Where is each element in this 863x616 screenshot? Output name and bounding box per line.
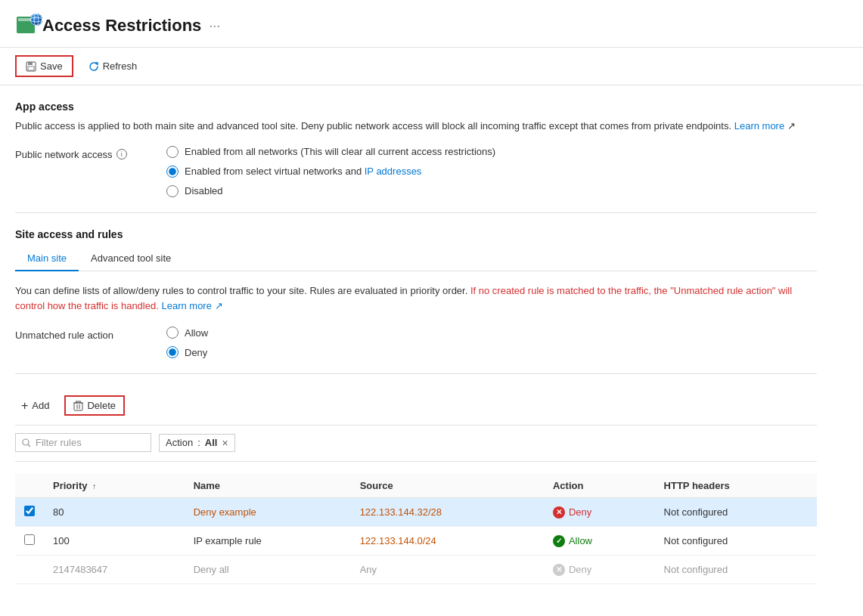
row-priority: 80: [44, 498, 185, 527]
add-plus-icon: +: [21, 399, 28, 413]
add-label: Add: [32, 400, 49, 411]
row-action-text: Allow: [569, 535, 592, 546]
app-access-learn-more[interactable]: Learn more: [734, 120, 784, 132]
rules-table: Priority ↑ Name Source Action HTTP heade…: [15, 474, 817, 584]
unmatched-allow-input[interactable]: [166, 327, 178, 339]
app-access-title: App access: [15, 101, 817, 113]
row-name: Deny all: [185, 556, 351, 584]
row-name-link[interactable]: Deny example: [194, 506, 256, 518]
radio-disabled-input[interactable]: [166, 185, 178, 197]
row-source[interactable]: 122.133.144.32/28: [351, 498, 544, 527]
divider-1: [15, 212, 817, 213]
site-access-section: Site access and rules Main site Advanced…: [15, 228, 817, 359]
delete-label: Delete: [87, 400, 116, 411]
col-name[interactable]: Name: [185, 474, 351, 498]
svg-rect-10: [28, 67, 34, 70]
external-link-icon: ↗: [787, 120, 796, 132]
svg-point-18: [23, 439, 29, 445]
public-network-radio-group: Enabled from all networks (This will cle…: [166, 146, 495, 197]
public-network-info-icon[interactable]: i: [116, 149, 127, 159]
filter-tag-separator: :: [197, 437, 200, 448]
unmatched-rule-section: Unmatched rule action Allow Deny: [15, 327, 817, 358]
row-http-headers: Not configured: [655, 498, 817, 527]
row-priority: 2147483647: [44, 556, 185, 584]
ip-addresses-link[interactable]: IP addresses: [365, 166, 422, 177]
row-checkbox-cell: [15, 498, 44, 527]
radio-all-networks-input[interactable]: [166, 146, 178, 158]
table-row[interactable]: 80Deny example122.133.144.32/28✕DenyNot …: [15, 498, 817, 527]
radio-select-networks[interactable]: Enabled from select virtual networks and…: [166, 166, 495, 178]
rule-desc-before: You can define lists of allow/deny rules…: [15, 285, 467, 296]
svg-rect-9: [28, 62, 33, 65]
table-head: Priority ↑ Name Source Action HTTP heade…: [15, 474, 817, 498]
delete-button[interactable]: Delete: [64, 395, 125, 416]
add-button[interactable]: + Add: [15, 396, 55, 416]
row-http-headers: Not configured: [655, 527, 817, 556]
table-row[interactable]: 2147483647Deny allAny✕DenyNot configured: [15, 556, 817, 584]
radio-disabled[interactable]: Disabled: [166, 185, 495, 197]
public-network-access-field: Public network access i Enabled from all…: [15, 146, 817, 197]
divider-3: [15, 425, 817, 426]
svg-line-19: [28, 444, 30, 447]
radio-all-networks-label: Enabled from all networks (This will cle…: [185, 146, 495, 157]
radio-disabled-label: Disabled: [185, 185, 223, 197]
row-checkbox-cell: [15, 556, 44, 584]
unmatched-radio-group: Allow Deny: [166, 327, 208, 358]
row-checkbox-0[interactable]: [24, 506, 35, 516]
row-source: Any: [351, 556, 544, 584]
main-content: App access Public access is applied to b…: [0, 85, 832, 599]
row-name: IP example rule: [185, 527, 351, 556]
filter-rules-input[interactable]: [36, 437, 141, 448]
filter-tag-label: Action: [166, 437, 193, 448]
col-action[interactable]: Action: [544, 474, 655, 498]
page-header: Access Restrictions ···: [0, 0, 863, 48]
row-action: ✓Allow: [544, 527, 655, 556]
filter-input-wrap[interactable]: [15, 433, 151, 452]
col-http-headers[interactable]: HTTP headers: [655, 474, 817, 498]
radio-select-networks-input[interactable]: [166, 166, 178, 178]
svg-point-4: [30, 14, 42, 26]
row-action: ✕Deny: [544, 556, 655, 584]
unmatched-deny-option[interactable]: Deny: [166, 346, 208, 358]
toolbar: Save Refresh: [0, 48, 863, 85]
filter-close-icon[interactable]: ×: [222, 437, 228, 449]
app-access-info: Public access is applied to both main si…: [15, 119, 817, 134]
priority-sort-icon: ↑: [92, 482, 96, 491]
row-name[interactable]: Deny example: [185, 498, 351, 527]
save-button[interactable]: Save: [15, 55, 73, 77]
row-checkbox-cell: [15, 527, 44, 556]
row-source-link[interactable]: 122.133.144.0/24: [360, 535, 436, 546]
refresh-label: Refresh: [103, 60, 138, 72]
svg-rect-11: [74, 403, 82, 410]
col-source[interactable]: Source: [351, 474, 544, 498]
filter-bar: Action : All ×: [15, 433, 817, 462]
unmatched-deny-input[interactable]: [166, 346, 178, 358]
refresh-icon: [88, 61, 99, 72]
row-action: ✕Deny: [544, 498, 655, 527]
app-icon: [15, 12, 42, 39]
tab-advanced-tool-site[interactable]: Advanced tool site: [79, 246, 183, 271]
table-row[interactable]: 100IP example rule122.133.144.0/24✓Allow…: [15, 527, 817, 556]
delete-icon: [73, 401, 83, 411]
rules-learn-more[interactable]: Learn more ↗: [161, 300, 222, 311]
row-source[interactable]: 122.133.144.0/24: [351, 527, 544, 556]
tab-main-site[interactable]: Main site: [15, 246, 79, 271]
row-source-link[interactable]: 122.133.144.32/28: [360, 506, 442, 518]
unmatched-deny-label: Deny: [185, 347, 207, 358]
radio-all-networks[interactable]: Enabled from all networks (This will cle…: [166, 146, 495, 158]
action-bar: + Add Delete: [15, 389, 817, 422]
rule-description: You can define lists of allow/deny rules…: [15, 283, 817, 315]
col-priority[interactable]: Priority ↑: [44, 474, 185, 498]
filter-action-tag: Action : All ×: [159, 434, 235, 452]
row-priority: 100: [44, 527, 185, 556]
more-options-icon[interactable]: ···: [209, 18, 220, 34]
divider-2: [15, 373, 817, 374]
filter-tag-value: All: [205, 437, 218, 448]
unmatched-rule-label: Unmatched rule action: [15, 327, 166, 341]
row-checkbox-1[interactable]: [24, 534, 35, 545]
unmatched-allow-option[interactable]: Allow: [166, 327, 208, 339]
col-checkbox: [15, 474, 44, 498]
table-body: 80Deny example122.133.144.32/28✕DenyNot …: [15, 498, 817, 584]
refresh-button[interactable]: Refresh: [79, 57, 147, 76]
row-http-headers: Not configured: [655, 556, 817, 584]
